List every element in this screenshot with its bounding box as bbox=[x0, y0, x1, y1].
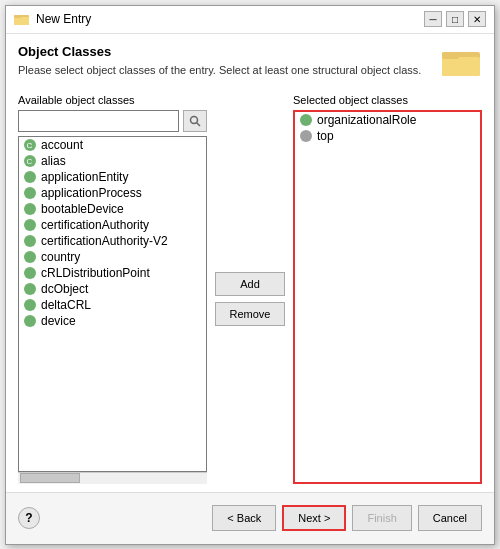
list-item[interactable]: cRLDistributionPoint bbox=[19, 265, 206, 281]
class-icon bbox=[299, 113, 313, 127]
selected-list[interactable]: organizationalRole top bbox=[293, 110, 482, 484]
title-controls: ─ □ ✕ bbox=[424, 11, 486, 27]
svg-point-22 bbox=[24, 315, 36, 327]
footer-buttons: < Back Next > Finish Cancel bbox=[212, 505, 482, 531]
cancel-button[interactable]: Cancel bbox=[418, 505, 482, 531]
svg-rect-1 bbox=[14, 17, 29, 25]
class-icon: C: bbox=[23, 138, 37, 152]
horizontal-scrollbar[interactable] bbox=[18, 472, 207, 484]
list-item-label: organizationalRole bbox=[317, 113, 416, 127]
svg-text:C: C bbox=[27, 157, 33, 166]
svg-line-7 bbox=[197, 122, 201, 126]
section-title: Object Classes bbox=[18, 44, 421, 59]
title-bar: New Entry ─ □ ✕ bbox=[6, 6, 494, 34]
class-icon bbox=[23, 202, 37, 216]
list-item[interactable]: country bbox=[19, 249, 206, 265]
list-item-label: dcObject bbox=[41, 282, 88, 296]
maximize-button[interactable]: □ bbox=[446, 11, 464, 27]
class-icon bbox=[23, 314, 37, 328]
svg-point-16 bbox=[24, 219, 36, 231]
window-icon bbox=[14, 11, 30, 27]
list-item[interactable]: bootableDevice bbox=[19, 201, 206, 217]
list-item-label: applicationEntity bbox=[41, 170, 128, 184]
list-item-label: certificationAuthority-V2 bbox=[41, 234, 168, 248]
class-icon bbox=[23, 234, 37, 248]
add-button[interactable]: Add bbox=[215, 272, 285, 296]
list-item-label: deltaCRL bbox=[41, 298, 91, 312]
list-item[interactable]: applicationEntity bbox=[19, 169, 206, 185]
content-area: Object Classes Please select object clas… bbox=[6, 34, 494, 492]
list-item-label: cRLDistributionPoint bbox=[41, 266, 150, 280]
list-item[interactable]: C: account bbox=[19, 137, 206, 153]
footer: ? < Back Next > Finish Cancel bbox=[6, 492, 494, 544]
svg-point-21 bbox=[24, 299, 36, 311]
remove-button[interactable]: Remove bbox=[215, 302, 285, 326]
list-item-label: alias bbox=[41, 154, 66, 168]
list-item[interactable]: deltaCRL bbox=[19, 297, 206, 313]
class-icon bbox=[23, 186, 37, 200]
list-item[interactable]: organizationalRole bbox=[295, 112, 480, 128]
svg-rect-4 bbox=[442, 57, 480, 76]
class-icon bbox=[23, 250, 37, 264]
list-item[interactable]: certificationAuthority-V2 bbox=[19, 233, 206, 249]
available-list[interactable]: C: account C alias applica bbox=[18, 136, 207, 472]
minimize-button[interactable]: ─ bbox=[424, 11, 442, 27]
search-icon bbox=[189, 115, 201, 127]
svg-point-13 bbox=[24, 171, 36, 183]
svg-point-6 bbox=[191, 116, 198, 123]
svg-point-23 bbox=[300, 114, 312, 126]
close-button[interactable]: ✕ bbox=[468, 11, 486, 27]
header-folder-icon bbox=[442, 44, 482, 79]
header-section: Object Classes Please select object clas… bbox=[18, 44, 421, 88]
panels-container: Available object classes C: bbox=[18, 94, 482, 484]
class-icon bbox=[299, 129, 313, 143]
svg-point-18 bbox=[24, 251, 36, 263]
available-classes-panel: Available object classes C: bbox=[18, 94, 207, 484]
svg-point-19 bbox=[24, 267, 36, 279]
search-input[interactable] bbox=[18, 110, 179, 132]
title-bar-left: New Entry bbox=[14, 11, 91, 27]
class-icon bbox=[23, 170, 37, 184]
list-item-label: country bbox=[41, 250, 80, 264]
class-icon bbox=[23, 282, 37, 296]
search-row bbox=[18, 110, 207, 132]
list-item[interactable]: dcObject bbox=[19, 281, 206, 297]
list-item[interactable]: certificationAuthority bbox=[19, 217, 206, 233]
svg-rect-2 bbox=[14, 15, 21, 18]
class-icon bbox=[23, 218, 37, 232]
list-item-label: applicationProcess bbox=[41, 186, 142, 200]
selected-classes-panel: Selected object classes organizationalRo… bbox=[293, 94, 482, 484]
window-title: New Entry bbox=[36, 12, 91, 26]
svg-rect-5 bbox=[442, 52, 459, 59]
main-window: New Entry ─ □ ✕ Object Classes Please se… bbox=[5, 5, 495, 545]
scrollbar-thumb[interactable] bbox=[20, 473, 80, 483]
description-text: Please select object classes of the entr… bbox=[18, 63, 421, 78]
list-item-label: device bbox=[41, 314, 76, 328]
next-button[interactable]: Next > bbox=[282, 505, 346, 531]
search-button[interactable] bbox=[183, 110, 207, 132]
list-item[interactable]: top bbox=[295, 128, 480, 144]
svg-point-14 bbox=[24, 187, 36, 199]
list-item-label: certificationAuthority bbox=[41, 218, 149, 232]
class-icon: C bbox=[23, 154, 37, 168]
list-item[interactable]: device bbox=[19, 313, 206, 329]
list-item[interactable]: C alias bbox=[19, 153, 206, 169]
svg-point-24 bbox=[300, 130, 312, 142]
action-buttons-panel: Add Remove bbox=[215, 94, 285, 484]
help-button[interactable]: ? bbox=[18, 507, 40, 529]
list-item-label: account bbox=[41, 138, 83, 152]
svg-point-15 bbox=[24, 203, 36, 215]
class-icon bbox=[23, 298, 37, 312]
list-item[interactable]: applicationProcess bbox=[19, 185, 206, 201]
back-button[interactable]: < Back bbox=[212, 505, 276, 531]
footer-left: ? bbox=[18, 507, 40, 529]
selected-label: Selected object classes bbox=[293, 94, 482, 106]
svg-point-20 bbox=[24, 283, 36, 295]
svg-point-17 bbox=[24, 235, 36, 247]
class-icon bbox=[23, 266, 37, 280]
available-label: Available object classes bbox=[18, 94, 207, 106]
list-item-label: top bbox=[317, 129, 334, 143]
finish-button[interactable]: Finish bbox=[352, 505, 411, 531]
svg-text::: : bbox=[30, 141, 32, 150]
list-item-label: bootableDevice bbox=[41, 202, 124, 216]
